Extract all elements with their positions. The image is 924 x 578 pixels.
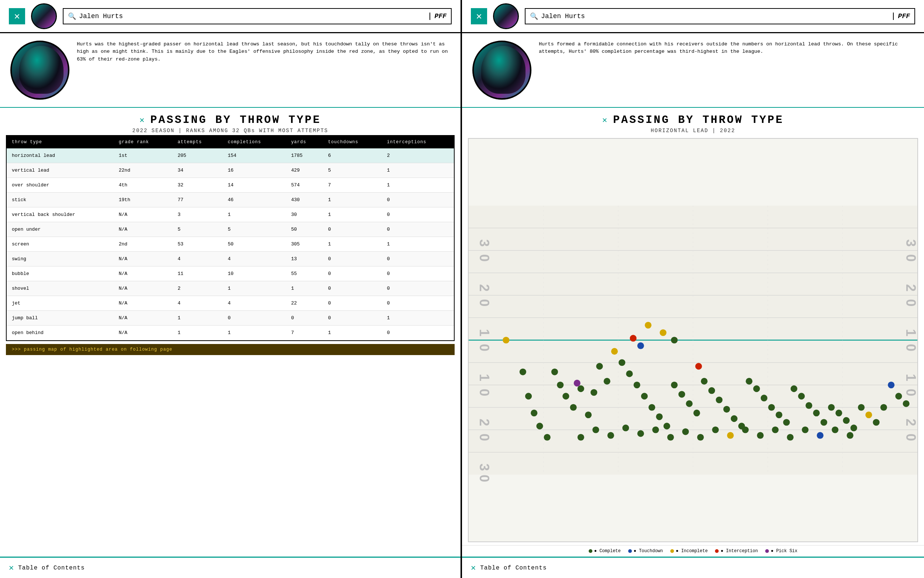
toc-label[interactable]: Table of Contents: [18, 565, 85, 572]
svg-point-78: [791, 385, 797, 392]
svg-point-72: [746, 378, 752, 385]
right-toc-label[interactable]: Table of Contents: [480, 565, 547, 572]
svg-point-101: [607, 432, 614, 439]
svg-point-97: [671, 337, 678, 343]
svg-point-94: [630, 335, 636, 341]
search-bar[interactable]: 🔍 PFF: [63, 8, 452, 24]
legend-picksix: ● Pick Six: [765, 549, 797, 554]
col-completions: completions: [223, 136, 286, 148]
legend-touchdown: ● Touchdown: [628, 549, 663, 554]
svg-text:0: 0: [477, 389, 492, 396]
touchdown-label: ● Touchdown: [634, 549, 663, 554]
table-row: horizontal lead1st205154178562: [7, 148, 454, 163]
table-cell: 1: [172, 311, 223, 326]
table-cell: 429: [286, 163, 323, 178]
svg-point-53: [604, 378, 610, 385]
svg-point-87: [858, 404, 865, 411]
right-close-button[interactable]: ✕: [471, 8, 487, 24]
table-cell: 0: [382, 266, 454, 281]
svg-point-76: [776, 412, 782, 418]
table-row: stick19th774643010: [7, 193, 454, 208]
avatar: [31, 3, 57, 29]
svg-point-106: [682, 428, 689, 435]
svg-point-50: [585, 412, 592, 418]
svg-text:0: 0: [477, 299, 492, 306]
table-cell: 77: [172, 193, 223, 208]
cross-icon: ✕: [140, 115, 146, 125]
svg-point-116: [832, 426, 838, 433]
legend-interception: ● Interception: [715, 549, 758, 554]
svg-point-59: [649, 404, 655, 411]
svg-point-43: [536, 423, 543, 429]
table-row: screen2nd535030511: [7, 237, 454, 252]
svg-point-107: [697, 434, 704, 441]
svg-text:3: 3: [477, 464, 492, 471]
footer-cross-icon: ✕: [9, 563, 14, 573]
table-cell: 0: [382, 222, 454, 237]
table-cell: 1: [223, 326, 286, 340]
right-footer-cross-icon: ✕: [471, 563, 476, 573]
right-search-input[interactable]: [541, 13, 891, 20]
svg-text:3: 3: [477, 239, 492, 247]
table-cell: 46: [223, 193, 286, 208]
svg-point-73: [753, 385, 760, 392]
section-header: ✕ PASSING BY THROW TYPE 2022 SEASON | RA…: [0, 107, 460, 135]
close-button[interactable]: ✕: [9, 8, 25, 24]
table-row: swingN/A441300: [7, 252, 454, 266]
svg-text:1: 1: [477, 374, 492, 381]
table-row: vertical lead22nd341642951: [7, 163, 454, 178]
table-cell: swing: [7, 252, 113, 266]
svg-point-118: [574, 380, 581, 386]
svg-point-109: [727, 432, 734, 439]
table-cell: 2nd: [113, 237, 172, 252]
table-cell: 7: [323, 178, 382, 193]
svg-point-93: [903, 401, 909, 407]
hero-text: Hurts was the highest-graded passer on h…: [77, 41, 450, 63]
table-cell: 430: [286, 193, 323, 208]
touchdown-dot: [628, 549, 632, 553]
svg-point-47: [563, 393, 569, 399]
right-search-bar[interactable]: 🔍 PFF: [525, 8, 915, 24]
stats-table: throw type grade rank attempts completio…: [7, 136, 454, 340]
svg-point-65: [693, 410, 700, 416]
col-throw-type: throw type: [7, 136, 113, 148]
svg-point-103: [638, 430, 644, 437]
col-interceptions: interceptions: [382, 136, 454, 148]
svg-text:3: 3: [903, 239, 917, 247]
picksix-label: ● Pick Six: [771, 549, 797, 554]
svg-text:1: 1: [903, 374, 917, 381]
svg-point-64: [686, 401, 693, 407]
svg-point-112: [772, 426, 779, 433]
right-search-icon: 🔍: [530, 12, 538, 20]
complete-dot: [589, 549, 592, 553]
table-cell: jump ball: [7, 311, 113, 326]
table-cell: 0: [382, 252, 454, 266]
table-cell: 6: [323, 148, 382, 163]
table-row: open underN/A555000: [7, 222, 454, 237]
table-cell: vertical lead: [7, 163, 113, 178]
svg-point-88: [865, 412, 872, 418]
table-cell: 205: [172, 148, 223, 163]
table-cell: 14: [223, 178, 286, 193]
table-cell: over shoulder: [7, 178, 113, 193]
stats-table-wrapper: throw type grade rank attempts completio…: [6, 135, 455, 341]
table-cell: 1: [382, 237, 454, 252]
svg-point-75: [768, 404, 775, 411]
svg-point-70: [731, 415, 737, 422]
svg-text:0: 0: [477, 344, 492, 351]
table-cell: 1: [286, 281, 323, 296]
svg-point-48: [570, 404, 576, 411]
svg-point-56: [626, 370, 633, 377]
svg-point-100: [592, 426, 599, 433]
right-section-header: ✕ PASSING BY THROW TYPE HORIZONTAL LEAD …: [462, 107, 924, 135]
hero-section: Hurts was the highest-graded passer on h…: [0, 33, 460, 107]
svg-point-99: [578, 434, 584, 441]
svg-text:0: 0: [477, 475, 492, 482]
svg-point-41: [525, 393, 532, 399]
search-input[interactable]: [79, 13, 428, 20]
pff-logo: PFF: [429, 13, 446, 20]
svg-point-40: [520, 369, 526, 375]
right-pff-logo: PFF: [893, 13, 910, 20]
legend-incomplete: ● Incomplete: [670, 549, 708, 554]
svg-point-117: [847, 432, 854, 439]
